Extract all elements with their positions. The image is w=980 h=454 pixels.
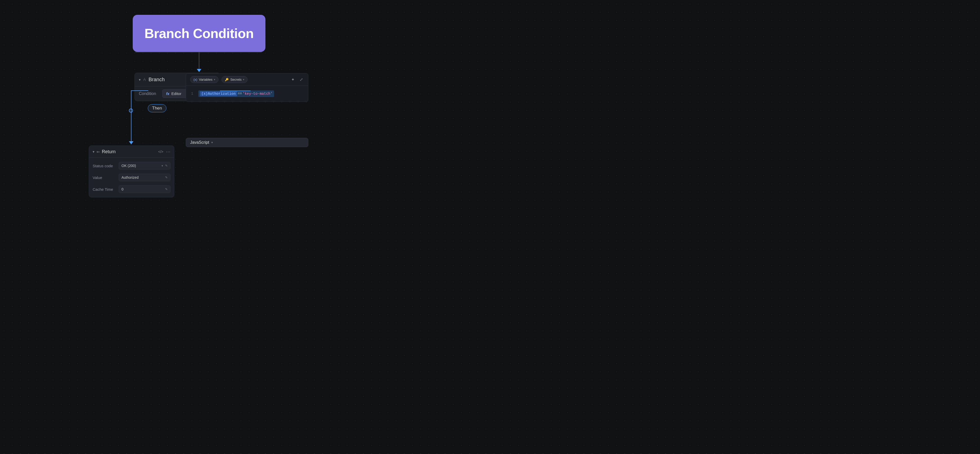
code-string-value: 'key-to-match' — [242, 92, 272, 96]
return-row-value-row: Value Authorized ✎ — [89, 172, 174, 183]
connector-then-h — [131, 91, 148, 91]
status-code-text: OK (200) — [121, 164, 159, 168]
branch-condition-title: Branch Condition — [145, 26, 254, 41]
connector-arrow-down — [197, 69, 201, 72]
secrets-pill[interactable]: 🔑 Secrets ▾ — [221, 76, 248, 83]
cache-time-edit-icon[interactable]: ✎ — [165, 187, 168, 191]
code-icon[interactable]: </> — [158, 150, 163, 154]
status-code-dropdown-arrow: ▾ — [162, 164, 163, 167]
status-code-label: Status code — [93, 164, 116, 168]
return-row-status: Status code OK (200) ▾ ✎ — [89, 160, 174, 172]
variables-chevron: ▾ — [214, 78, 215, 81]
code-authorization-var: (x)Authorization — [200, 91, 237, 96]
branch-node-chevron[interactable]: ▾ — [139, 78, 141, 82]
variables-icon: (x) — [193, 78, 197, 81]
return-node-actions: </> ⋯ — [158, 149, 170, 155]
return-row-cache: Cache Time 0 ✎ — [89, 183, 174, 195]
value-field[interactable]: Authorized ✎ — [119, 174, 170, 181]
branch-icon: ⑃ — [143, 77, 146, 82]
return-node-body: Status code OK (200) ▾ ✎ Value Authorize… — [89, 158, 174, 197]
cache-time-text: 0 — [121, 187, 163, 191]
connector-line-top — [199, 52, 199, 71]
secrets-chevron: ▾ — [243, 78, 244, 81]
condition-label: Condition — [139, 91, 159, 96]
return-node-menu[interactable]: ⋯ — [166, 149, 170, 155]
return-node: ▾ ⇐ Return </> ⋯ Status code OK (200) ▾ … — [89, 145, 174, 198]
value-edit-icon[interactable]: ✎ — [165, 176, 168, 179]
connector-h-top — [135, 52, 262, 53]
variables-label: Variables — [199, 78, 212, 81]
code-content-1: (x)Authorization == 'key-to-match' — [198, 91, 274, 97]
line-number-1: 1 — [186, 92, 198, 96]
expand-icon[interactable]: ⤢ — [299, 76, 304, 83]
editor-panel: (x) Variables ▾ 🔑 Secrets ▾ ✦ ⤢ 1 (x)Aut… — [186, 73, 308, 102]
value-text: Authorized — [121, 175, 163, 180]
status-code-value[interactable]: OK (200) ▾ ✎ — [119, 162, 170, 170]
variables-pill[interactable]: (x) Variables ▾ — [190, 76, 218, 83]
branch-condition-header: Branch Condition — [133, 15, 266, 52]
return-node-header-left: ▾ ⇐ Return — [93, 149, 116, 155]
magic-wand-icon[interactable]: ✦ — [290, 76, 296, 83]
editor-toolbar: (x) Variables ▾ 🔑 Secrets ▾ ✦ ⤢ — [186, 73, 308, 86]
cache-time-label: Cache Time — [93, 187, 116, 191]
fx-icon: fx — [166, 92, 169, 96]
branch-node-header-left: ▾ ⑃ Branch — [139, 76, 165, 83]
javascript-label: JavaScript — [190, 140, 209, 145]
connector-then-v — [131, 91, 131, 144]
cache-time-field[interactable]: 0 ✎ — [119, 185, 170, 193]
canvas-background — [0, 0, 980, 454]
value-label: Value — [93, 175, 116, 180]
javascript-dropdown[interactable]: JavaScript ▾ — [186, 138, 308, 147]
return-node-chevron[interactable]: ▾ — [93, 150, 94, 154]
secrets-label: Secrets — [230, 78, 242, 81]
branch-to-editor-connector — [220, 91, 251, 91]
return-node-title: Return — [102, 149, 116, 155]
return-icon: ⇐ — [97, 150, 100, 154]
branch-node-title: Branch — [148, 76, 165, 83]
key-icon: 🔑 — [225, 78, 229, 81]
javascript-dropdown-arrow: ▾ — [211, 141, 213, 144]
connector-then-arrow — [129, 141, 134, 144]
code-editor[interactable]: 1 (x)Authorization == 'key-to-match' — [186, 86, 308, 102]
editor-text: Editor — [171, 91, 181, 96]
then-label: Then — [148, 104, 166, 112]
code-operator: == — [238, 92, 242, 96]
return-node-header: ▾ ⇐ Return </> ⋯ — [89, 146, 174, 158]
status-code-edit-icon[interactable]: ✎ — [165, 164, 168, 167]
